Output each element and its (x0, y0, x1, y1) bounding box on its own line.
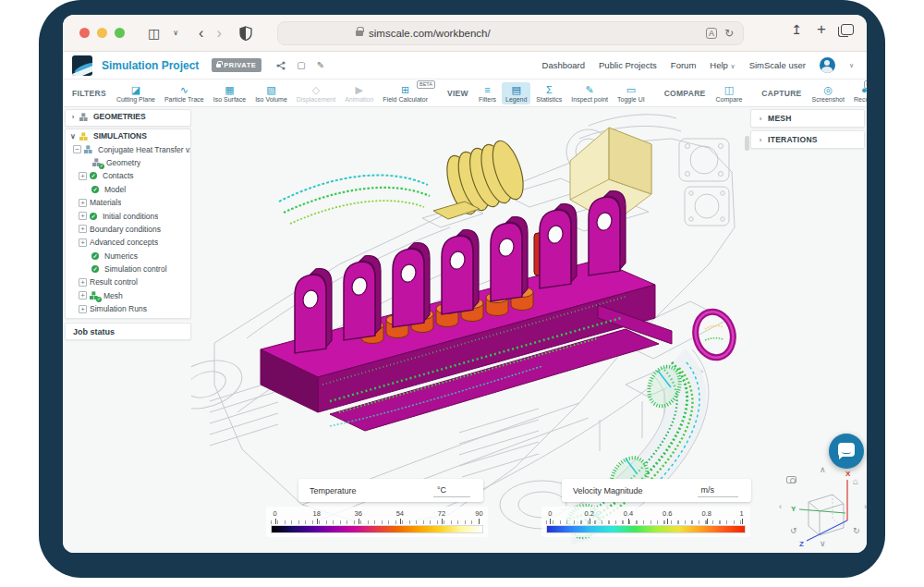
orientation-gizmo[interactable]: X Y Z ∧ ∨ ‹ › ↺ ↻ ⌂ (779, 465, 867, 550)
page: ◫ ∨ ‹ › simscale.com/workbench/ A ↻ ↥ + (0, 0, 924, 587)
sidebar-item-simulation-control[interactable]: ✓ Simulation control (66, 263, 190, 275)
expand-icon[interactable]: + (79, 238, 87, 247)
gizmo-z-label: Z (799, 540, 804, 548)
minimize-window-button[interactable] (97, 28, 107, 38)
shield-icon[interactable] (239, 26, 252, 41)
mesh-panel[interactable]: › MESH (750, 109, 865, 128)
toolbar-group-view: VIEW ≡Filters ▤Legend ΣStatistics ✎Inspe… (444, 82, 650, 104)
legend-button[interactable]: ▤Legend (502, 82, 530, 104)
tab-overview-icon[interactable] (841, 24, 854, 35)
field-calculator-button[interactable]: BETA⊞Field Calculator (379, 82, 432, 104)
sidebar-item-simulation[interactable]: − Conjugate Heat Transfer v2.0 (66, 142, 190, 155)
sidebar-item-advanced-concepts[interactable]: + Advanced concepts (66, 236, 190, 249)
sidebar-item-geometries[interactable]: › GEOMETRIES (66, 110, 190, 123)
temperature-legend-card[interactable]: Temperature °C (298, 479, 483, 502)
simscale-logo[interactable] (72, 55, 92, 76)
compare-icon: ◫ (724, 84, 734, 95)
compare-button[interactable]: ◫Compare (712, 82, 747, 104)
expand-icon[interactable]: + (79, 212, 87, 220)
sidebar-item-materials[interactable]: + Materials (66, 196, 190, 209)
chat-button[interactable] (829, 434, 864, 469)
sidebar-item-simulations[interactable]: ∨ SIMULATIONS (66, 129, 190, 142)
expand-icon[interactable]: + (79, 278, 87, 287)
expand-icon[interactable]: + (79, 172, 87, 180)
expand-icon[interactable]: + (79, 225, 87, 233)
sidebar-item-simulation-runs[interactable]: + Simulation Runs (66, 302, 190, 315)
chevron-right-icon[interactable]: › (69, 113, 77, 121)
statistics-button[interactable]: ΣStatistics (532, 82, 565, 104)
nav-user[interactable]: SimScale user (749, 60, 806, 70)
chat-icon (838, 443, 855, 457)
sidebar-item-mesh[interactable]: + ✓ Mesh (66, 289, 190, 302)
sidebar-simulations-panel: ∨ SIMULATIONS − Conjugate Heat Transfer … (65, 128, 191, 319)
nav-help[interactable]: Help ∨ (710, 60, 735, 70)
chevron-down-icon[interactable]: ∨ (69, 132, 77, 141)
forward-button[interactable]: › (210, 26, 227, 41)
legend-unit-select[interactable]: m/s (698, 483, 739, 497)
browser-share-icon[interactable]: ↥ (791, 22, 802, 37)
reload-icon[interactable]: ↻ (724, 27, 734, 40)
iso-volume-button[interactable]: ▧Iso Volume (251, 82, 291, 104)
cutting-plane-button[interactable]: ◪Cutting Plane (113, 82, 159, 104)
new-tab-button[interactable]: + (817, 20, 826, 39)
legend-field-name[interactable]: Velocity Magnitude (562, 486, 643, 495)
expand-icon[interactable]: + (79, 291, 87, 300)
close-window-button[interactable] (79, 28, 90, 38)
legend-unit-select[interactable]: °C (433, 483, 470, 497)
chevron-down-icon[interactable]: ∨ (849, 62, 854, 69)
sidebar-item-initial-conditions[interactable]: + ✓ Initial conditions (66, 209, 190, 222)
camera-icon[interactable] (786, 476, 796, 483)
rotate-left-icon[interactable]: ‹ (779, 502, 782, 511)
rotate-down-icon[interactable]: ∨ (820, 539, 826, 548)
screenshot-button[interactable]: ◎Screenshot (808, 82, 848, 104)
nav-forum[interactable]: Forum (671, 60, 696, 70)
nav-dashboard[interactable]: Dashboard (542, 60, 585, 70)
browser-sidebar-icon[interactable]: ◫ (141, 27, 166, 40)
roll-ccw-icon[interactable]: ↺ (790, 526, 797, 535)
edit-project-icon[interactable]: ✎ (317, 60, 324, 70)
job-status-panel[interactable]: Job status (65, 323, 191, 340)
sidebar-item-geometry[interactable]: ✓ Geometry (66, 156, 190, 169)
iterations-panel[interactable]: › ITERATIONS (750, 130, 865, 149)
sidebar-geometries-panel: › GEOMETRIES (65, 109, 191, 127)
nav-public-projects[interactable]: Public Projects (599, 60, 657, 70)
chevron-down-icon[interactable]: ∨ (166, 30, 185, 37)
iso-surface-button[interactable]: ▦Iso Surface (210, 82, 249, 104)
chevron-down-icon: ∨ (731, 63, 736, 69)
home-view-icon[interactable]: ⌂ (853, 476, 858, 486)
share-project-icon[interactable] (276, 61, 286, 70)
workbench-content: › GEOMETRIES ∨ SIMULATIONS − Conjugate H… (63, 107, 867, 553)
panel-resize-handle[interactable] (745, 136, 749, 151)
inspect-point-button[interactable]: ✎Inspect point (567, 82, 612, 104)
record-button[interactable]: BETA●Record (850, 82, 867, 104)
rotate-up-icon[interactable]: ∧ (820, 465, 826, 474)
animation-button: ▶Animation (341, 82, 377, 104)
legend-field-name[interactable]: Temperature (298, 486, 357, 495)
project-title[interactable]: Simulation Project (102, 59, 199, 72)
toolbar-group-capture: CAPTURE ◎Screenshot BETA●Record (758, 82, 867, 104)
beta-badge: BETA (864, 80, 867, 89)
velocity-legend-card[interactable]: Velocity Magnitude m/s (562, 479, 751, 502)
rotate-right-icon[interactable]: › (864, 502, 867, 511)
sidebar-item-contacts[interactable]: + ✓ Contacts (66, 169, 190, 182)
toggle-ui-button[interactable]: ▭Toggle UI (614, 82, 649, 104)
view-filters-button[interactable]: ≡Filters (475, 82, 500, 104)
duplicate-project-icon[interactable]: ▢ (297, 60, 305, 70)
address-bar[interactable]: simscale.com/workbench/ A ↻ (277, 21, 744, 45)
back-button[interactable]: ‹ (192, 26, 210, 41)
mesh-icon: ✓ (90, 291, 98, 300)
particle-trace-icon: ∿ (180, 84, 188, 95)
browser-window: ◫ ∨ ‹ › simscale.com/workbench/ A ↻ ↥ + (63, 15, 867, 553)
collapse-icon[interactable]: − (73, 145, 81, 153)
sidebar-item-boundary-conditions[interactable]: + Boundary conditions (66, 223, 190, 236)
user-avatar[interactable] (820, 57, 835, 73)
expand-icon[interactable]: + (79, 305, 87, 313)
zoom-window-button[interactable] (115, 28, 125, 38)
sidebar-item-numerics[interactable]: ✓ Numerics (66, 250, 190, 263)
translate-icon[interactable]: A (706, 28, 717, 39)
sidebar-item-result-control[interactable]: + Result control (66, 275, 190, 288)
roll-cw-icon[interactable]: ↻ (853, 526, 860, 535)
expand-icon[interactable]: + (79, 199, 87, 207)
sidebar-item-model[interactable]: ✓ Model (66, 183, 190, 196)
particle-trace-button[interactable]: ∿Particle Trace (161, 82, 208, 104)
